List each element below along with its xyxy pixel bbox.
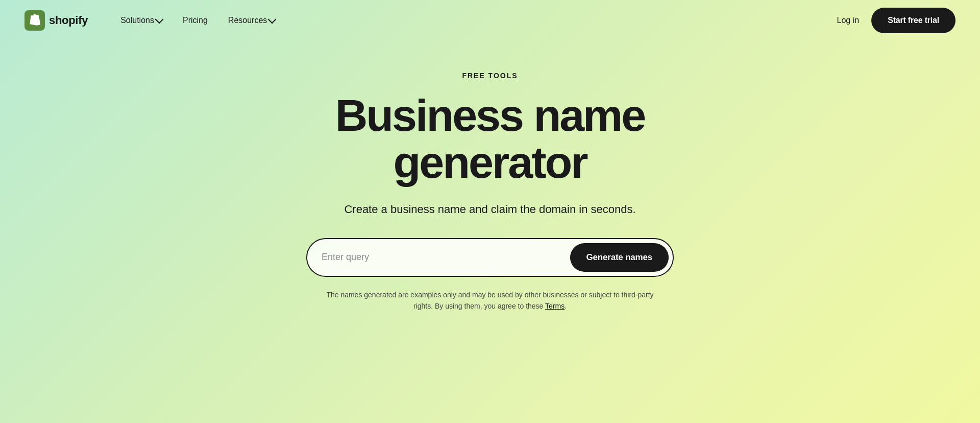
start-trial-button[interactable]: Start free trial <box>871 8 955 33</box>
hero-section: FREE TOOLS Business name generator Creat… <box>0 41 980 333</box>
nav-links: Solutions Pricing Resources <box>112 12 837 29</box>
nav-item-solutions[interactable]: Solutions <box>112 12 170 29</box>
shopify-logo[interactable]: shopify <box>24 10 88 31</box>
disclaimer-text: The names generated are examples only an… <box>316 289 664 312</box>
navbar: shopify Solutions Pricing Resources Log … <box>0 0 980 41</box>
nav-item-resources[interactable]: Resources <box>220 12 283 29</box>
shopify-logo-icon <box>24 10 45 31</box>
pricing-label: Pricing <box>183 16 208 25</box>
logo-text: shopify <box>49 14 88 27</box>
resources-chevron-icon <box>268 15 277 24</box>
solutions-chevron-icon <box>155 15 163 24</box>
nav-item-pricing[interactable]: Pricing <box>175 12 216 29</box>
login-link[interactable]: Log in <box>837 16 860 25</box>
resources-label: Resources <box>228 16 267 25</box>
search-bar: Generate names <box>306 238 674 277</box>
solutions-label: Solutions <box>120 16 154 25</box>
hero-subtitle: Create a business name and claim the dom… <box>344 201 635 218</box>
generate-names-button[interactable]: Generate names <box>570 243 669 272</box>
hero-title: Business name generator <box>260 92 720 186</box>
nav-right: Log in Start free trial <box>837 8 955 33</box>
search-input[interactable] <box>322 248 570 267</box>
terms-link[interactable]: Terms <box>545 302 565 310</box>
eyebrow-label: FREE TOOLS <box>462 72 518 80</box>
